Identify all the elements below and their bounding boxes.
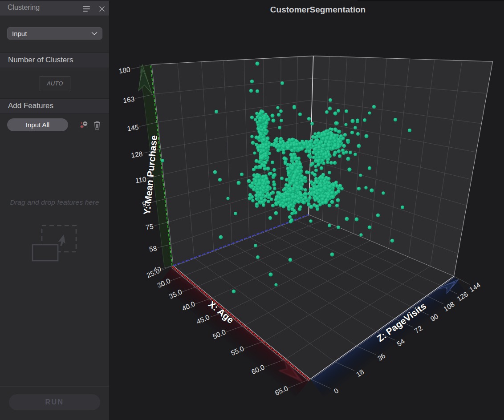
svg-text:CustomerSegmentation: CustomerSegmentation: [270, 5, 366, 14]
svg-text:75: 75: [145, 222, 154, 231]
svg-text:58: 58: [149, 244, 158, 253]
